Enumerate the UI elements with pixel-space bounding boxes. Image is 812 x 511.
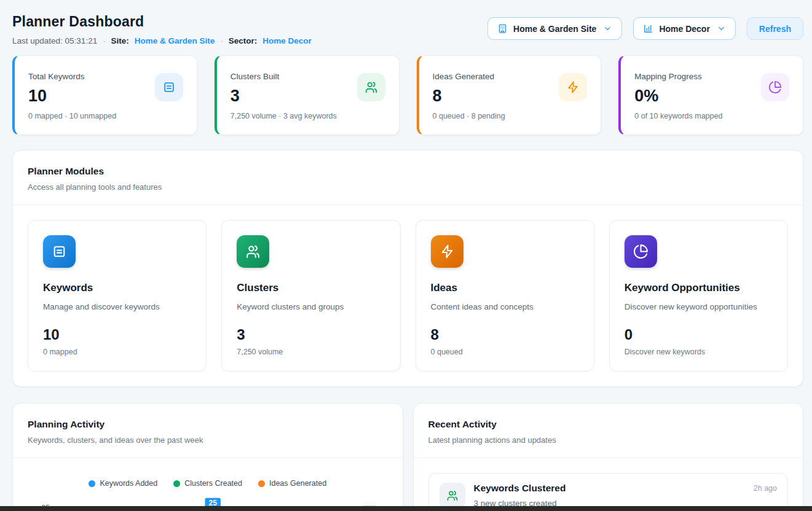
users-icon: [440, 483, 465, 509]
modules-panel-title: Planner Modules: [28, 166, 788, 177]
activity-top-row: Keywords Clustered 2h ago: [474, 483, 778, 494]
stat-label: Total Keywords: [28, 72, 116, 81]
zap-icon: [431, 235, 463, 268]
module-card-keyword-opportunities[interactable]: Keyword Opportunities Discover new keywo…: [609, 220, 788, 372]
stat-label: Clusters Built: [231, 72, 337, 81]
stat-detail: 7,250 volume · 3 avg keywords: [231, 112, 337, 120]
bar-chart-icon: [643, 23, 653, 34]
sector-selector-value: Home Decor: [659, 24, 709, 34]
legend-label: Keywords Added: [100, 479, 157, 488]
last-updated: Last updated: 05:31:21: [12, 36, 97, 45]
module-description: Discover new keyword opportunities: [625, 302, 773, 311]
page-title: Planner Dashboard: [12, 14, 312, 30]
site-selector-button[interactable]: Home & Garden Site: [487, 17, 622, 40]
stat-value: 8: [433, 87, 505, 106]
activity-timestamp: 2h ago: [754, 484, 777, 493]
chevron-down-icon: [603, 24, 612, 33]
chart-legend: Keywords Added Clusters Created Ideas Ge…: [25, 479, 390, 488]
legend-dot-icon: [173, 480, 180, 487]
activity-chart: Keywords Added Clusters Created Ideas Ge…: [13, 458, 403, 511]
module-title: Clusters: [237, 282, 385, 294]
chevron-down-icon: [717, 24, 726, 33]
module-card-clusters[interactable]: Clusters Keyword clusters and groups 3 7…: [221, 220, 400, 372]
recent-activity-header: Recent Activity Latest planning actions …: [414, 404, 803, 458]
module-description: Content ideas and concepts: [431, 302, 579, 311]
legend-label: Ideas Generated: [269, 479, 326, 488]
module-title: Keywords: [43, 282, 191, 294]
planner-modules-panel: Planner Modules Access all planning tool…: [12, 150, 803, 387]
module-title: Ideas: [431, 282, 579, 294]
site-selector-value: Home & Garden Site: [513, 24, 596, 34]
stat-label: Ideas Generated: [433, 72, 505, 81]
modules-panel-header: Planner Modules Access all planning tool…: [13, 150, 803, 205]
stat-value: 0%: [634, 87, 722, 106]
pie-chart-icon: [761, 73, 789, 101]
planning-activity-subtitle: Keywords, clusters, and ideas over the p…: [28, 435, 388, 445]
planning-activity-title: Planning Activity: [28, 419, 388, 430]
topbar-left: Planner Dashboard Last updated: 05:31:21…: [12, 12, 312, 45]
stat-detail: 0 queued · 8 pending: [433, 112, 505, 120]
stat-detail: 0 mapped · 10 unmapped: [28, 112, 116, 120]
stat-text: Mapping Progress 0% 0 of 10 keywords map…: [634, 68, 722, 122]
module-value: 3: [237, 326, 385, 343]
last-updated-label: Last updated:: [12, 36, 63, 45]
module-detail: 7,250 volume: [237, 348, 385, 356]
stat-detail: 0 of 10 keywords mapped: [634, 112, 722, 120]
stat-text: Clusters Built 3 7,250 volume · 3 avg ke…: [231, 68, 337, 122]
module-value: 0: [625, 326, 773, 343]
legend-dot-icon: [258, 480, 265, 487]
users-icon: [357, 73, 385, 101]
planner-dashboard-page: Planner Dashboard Last updated: 05:31:21…: [0, 0, 812, 511]
meta-row: Last updated: 05:31:21 · Site: Home & Ga…: [12, 36, 312, 45]
site-link[interactable]: Home & Garden Site: [135, 36, 215, 45]
module-value: 10: [43, 326, 191, 343]
legend-item-keywords-added: Keywords Added: [89, 479, 157, 488]
meta-separator: ·: [103, 36, 105, 45]
recent-activity-panel: Recent Activity Latest planning actions …: [413, 403, 804, 511]
stat-text: Total Keywords 10 0 mapped · 10 unmapped: [28, 68, 116, 122]
sector-label: Sector:: [229, 36, 258, 45]
refresh-button[interactable]: Refresh: [747, 17, 803, 40]
last-updated-value: 05:31:21: [65, 36, 98, 45]
stat-card-ideas-generated: Ideas Generated 8 0 queued · 8 pending: [417, 55, 602, 135]
zap-icon: [559, 73, 587, 101]
module-detail: 0 queued: [431, 348, 579, 356]
topbar-actions: Home & Garden Site Home Decor Refresh: [487, 17, 803, 40]
modules-grid: Keywords Manage and discover keywords 10…: [13, 205, 803, 386]
stat-label: Mapping Progress: [634, 72, 722, 81]
recent-activity-title: Recent Activity: [428, 419, 789, 430]
bottom-taskbar-strip: [0, 506, 812, 511]
planning-activity-header: Planning Activity Keywords, clusters, an…: [13, 404, 403, 458]
modules-panel-subtitle: Access all planning tools and features: [28, 182, 788, 192]
stats-grid: Total Keywords 10 0 mapped · 10 unmapped…: [12, 55, 803, 135]
sector-selector-button[interactable]: Home Decor: [633, 17, 735, 40]
module-value: 8: [431, 326, 579, 343]
topbar: Planner Dashboard Last updated: 05:31:21…: [12, 12, 803, 45]
meta-separator: ·: [220, 36, 223, 45]
module-description: Manage and discover keywords: [43, 302, 191, 311]
legend-label: Clusters Created: [184, 479, 242, 488]
module-card-ideas[interactable]: Ideas Content ideas and concepts 8 0 que…: [416, 220, 594, 372]
pie-chart-icon: [625, 235, 657, 268]
module-detail: 0 mapped: [43, 348, 191, 356]
sector-link[interactable]: Home Decor: [262, 36, 312, 45]
users-icon: [237, 235, 269, 268]
building-icon: [497, 23, 508, 34]
document-icon: [43, 235, 76, 268]
activity-item-keywords-clustered[interactable]: Keywords Clustered 2h ago 3 new clusters…: [428, 473, 789, 511]
stat-value: 3: [231, 87, 337, 106]
module-title: Keyword Opportunities: [625, 282, 773, 294]
activity-title: Keywords Clustered: [474, 483, 566, 494]
recent-activity-subtitle: Latest planning actions and updates: [428, 435, 789, 445]
planning-activity-panel: Planning Activity Keywords, clusters, an…: [12, 403, 403, 511]
stat-card-mapping-progress: Mapping Progress 0% 0 of 10 keywords map…: [618, 55, 803, 135]
module-detail: Discover new keywords: [625, 348, 773, 356]
activity-body: Keywords Clustered 2h ago 3 new clusters…: [474, 483, 778, 509]
document-icon: [155, 73, 183, 101]
stat-text: Ideas Generated 8 0 queued · 8 pending: [433, 68, 505, 122]
stat-card-total-keywords: Total Keywords 10 0 mapped · 10 unmapped: [12, 55, 197, 135]
stat-value: 10: [28, 87, 116, 106]
module-card-keywords[interactable]: Keywords Manage and discover keywords 10…: [28, 220, 207, 372]
legend-item-clusters-created: Clusters Created: [173, 479, 242, 488]
bottom-grid: Planning Activity Keywords, clusters, an…: [12, 403, 803, 511]
